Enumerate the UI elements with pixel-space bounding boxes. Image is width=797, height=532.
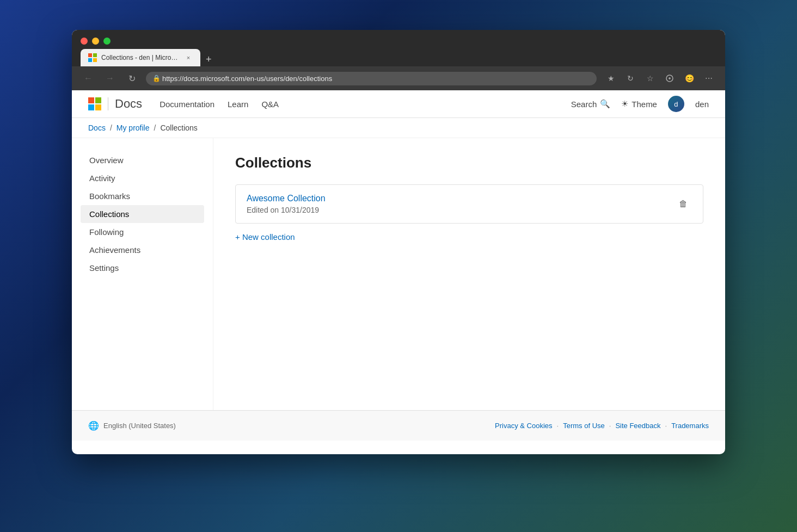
footer-locale: 🌐 English (United States) xyxy=(88,420,176,431)
locale-text: English (United States) xyxy=(103,422,176,430)
user-avatar[interactable]: d xyxy=(668,96,684,112)
theme-button[interactable]: ☀ Theme xyxy=(621,99,657,109)
browser-tab[interactable]: Collections - den | Microsoft Do × xyxy=(81,49,200,66)
breadcrumb-myprofile[interactable]: My profile xyxy=(117,123,150,132)
emoji-icon[interactable]: 😊 xyxy=(682,71,697,86)
breadcrumb: Docs / My profile / Collections xyxy=(72,118,725,138)
theme-icon: ☀ xyxy=(621,99,628,109)
forward-button[interactable]: → xyxy=(102,71,118,86)
site-header: Docs Documentation Learn Q&A Search 🔍 ☀ … xyxy=(72,90,725,118)
address-input[interactable] xyxy=(146,72,597,85)
breadcrumb-sep-2: / xyxy=(154,123,156,132)
tab-favicon xyxy=(88,53,97,62)
back-button[interactable]: ← xyxy=(81,71,96,86)
sidebar-item-overview-label: Overview xyxy=(89,156,124,165)
close-window-button[interactable] xyxy=(81,38,88,45)
footer-sep-3: · xyxy=(665,422,667,430)
main-layout: Overview Activity Bookmarks Collections … xyxy=(72,138,725,410)
refresh-icon[interactable]: ↻ xyxy=(623,71,638,86)
new-tab-button[interactable]: + xyxy=(201,52,216,66)
site-nav: Documentation Learn Q&A xyxy=(160,100,279,109)
lock-icon: 🔒 xyxy=(152,75,161,82)
reading-list-icon[interactable]: ☆ xyxy=(642,71,658,86)
menu-icon[interactable]: ⋯ xyxy=(701,71,716,86)
new-collection-button[interactable]: + New collection xyxy=(235,232,295,242)
sidebar-item-activity[interactable]: Activity xyxy=(81,169,204,187)
sidebar-item-overview[interactable]: Overview xyxy=(81,151,204,169)
sidebar-item-settings[interactable]: Settings xyxy=(81,259,204,277)
footer-trademarks[interactable]: Trademarks xyxy=(671,422,709,430)
sidebar: Overview Activity Bookmarks Collections … xyxy=(72,138,213,410)
search-button[interactable]: Search 🔍 xyxy=(571,99,611,109)
user-initial: d xyxy=(674,100,678,108)
page-title: Collections xyxy=(235,154,703,171)
footer-sep-1: · xyxy=(557,422,559,430)
footer-privacy[interactable]: Privacy & Cookies xyxy=(495,422,552,430)
nav-documentation[interactable]: Documentation xyxy=(160,100,214,109)
extensions-icon[interactable] xyxy=(662,71,677,86)
globe-icon: 🌐 xyxy=(88,420,99,431)
microsoft-logo xyxy=(88,97,101,110)
breadcrumb-sep-1: / xyxy=(110,123,112,132)
refresh-button[interactable]: ↻ xyxy=(124,71,139,86)
tab-title: Collections - den | Microsoft Do xyxy=(101,54,180,61)
collection-date: Edited on 10/31/2019 xyxy=(247,206,675,214)
sidebar-item-following-label: Following xyxy=(89,227,124,237)
search-label: Search xyxy=(571,100,597,109)
footer-feedback[interactable]: Site Feedback xyxy=(615,422,660,430)
delete-collection-button[interactable]: 🗑 xyxy=(675,197,692,211)
sidebar-item-collections-label: Collections xyxy=(89,209,129,219)
favorites-icon[interactable]: ★ xyxy=(603,71,618,86)
breadcrumb-current: Collections xyxy=(160,123,197,132)
nav-qa[interactable]: Q&A xyxy=(261,100,279,109)
sidebar-item-bookmarks-label: Bookmarks xyxy=(89,191,130,201)
collection-info: Awesome Collection Edited on 10/31/2019 xyxy=(247,194,675,214)
collection-name[interactable]: Awesome Collection xyxy=(247,194,675,203)
user-name[interactable]: den xyxy=(695,100,709,109)
sidebar-item-achievements-label: Achievements xyxy=(89,245,140,255)
footer-links: Privacy & Cookies · Terms of Use · Site … xyxy=(495,422,709,430)
footer-sep-2: · xyxy=(609,422,611,430)
logo-area: Docs xyxy=(88,97,142,111)
sidebar-item-collections[interactable]: Collections xyxy=(81,205,204,223)
tab-close-button[interactable]: × xyxy=(184,53,193,62)
sidebar-item-following[interactable]: Following xyxy=(81,223,204,241)
breadcrumb-docs[interactable]: Docs xyxy=(88,123,106,132)
collection-card: Awesome Collection Edited on 10/31/2019 … xyxy=(235,184,703,224)
footer-terms[interactable]: Terms of Use xyxy=(563,422,605,430)
address-bar-wrapper: 🔒 xyxy=(146,72,597,85)
sidebar-item-bookmarks[interactable]: Bookmarks xyxy=(81,187,204,205)
theme-label: Theme xyxy=(632,100,657,109)
search-icon: 🔍 xyxy=(600,99,610,109)
docs-brand[interactable]: Docs xyxy=(115,97,142,111)
main-content: Collections Awesome Collection Edited on… xyxy=(213,138,725,410)
nav-learn[interactable]: Learn xyxy=(228,100,248,109)
maximize-window-button[interactable] xyxy=(103,38,111,45)
minimize-window-button[interactable] xyxy=(92,38,99,45)
site-footer: 🌐 English (United States) Privacy & Cook… xyxy=(72,410,725,441)
logo-divider xyxy=(108,97,108,110)
header-right: Search 🔍 ☀ Theme d den xyxy=(571,96,709,112)
sidebar-item-settings-label: Settings xyxy=(89,263,119,273)
sidebar-item-activity-label: Activity xyxy=(89,174,115,183)
sidebar-item-achievements[interactable]: Achievements xyxy=(81,241,204,259)
